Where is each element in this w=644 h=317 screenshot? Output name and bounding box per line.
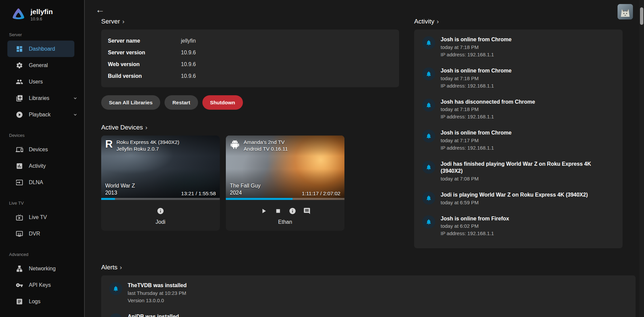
bell-icon (113, 285, 119, 292)
chevron-down-icon (72, 112, 78, 117)
sidebar-item-dvr[interactable]: DVR (0, 225, 84, 242)
sidebar-item-activity[interactable]: Activity (0, 158, 84, 174)
info-icon (157, 207, 164, 215)
sidebar-item-live-tv[interactable]: Live TV (0, 209, 84, 225)
sidebar-item-networking[interactable]: Networking (0, 260, 84, 277)
sidebar-item-general[interactable]: General (0, 57, 84, 73)
activity-item-text: Josh has disconnected from Chrome today … (441, 99, 535, 120)
sidebar-item-users[interactable]: Users (0, 73, 84, 90)
dashboard-columns: Server › Server name jellyfin Server ver… (85, 14, 639, 248)
info-label: Build version (108, 73, 181, 79)
sidebar-section-livetv: Live TV (0, 191, 84, 209)
stop-button[interactable] (274, 207, 282, 215)
message-icon (303, 207, 311, 215)
session-user: Jodi (101, 219, 220, 225)
activity-item: Josh is online from Chrome today at 7:18… (422, 67, 615, 89)
activity-item: Josh is online from Chrome today at 7:18… (422, 36, 615, 58)
logs-icon (16, 298, 23, 305)
sidebar-item-api-keys[interactable]: API Keys (0, 277, 84, 293)
sidebar-item-logs[interactable]: Logs (0, 293, 84, 310)
library-icon (16, 95, 23, 102)
device-name: Amanda's 2nd TV (244, 139, 288, 146)
page-scrollbar-track[interactable] (639, 0, 644, 317)
bell-icon (426, 71, 432, 77)
info-button[interactable] (157, 207, 164, 215)
now-playing-backdrop: Amanda's 2nd TV Android TV 0.16.11 The F… (226, 136, 344, 200)
send-message-button[interactable] (303, 207, 311, 215)
bell-badge (422, 192, 435, 205)
device-card-android-tv[interactable]: Amanda's 2nd TV Android TV 0.16.11 The F… (226, 136, 344, 231)
users-icon (16, 78, 23, 86)
chevron-right-icon: › (120, 264, 122, 271)
media-year: 2013 (105, 189, 135, 197)
activity-item-text: Josh is online from Firefox today at 6:0… (441, 215, 509, 237)
sidebar-item-label: DLNA (29, 179, 43, 186)
sidebar-item-label: Live TV (29, 214, 47, 220)
device-controls (101, 207, 220, 215)
activity-item-text: Jodi has finished playing World War Z on… (441, 161, 615, 182)
scan-all-libraries-button[interactable]: Scan All Libraries (101, 95, 160, 110)
info-label: Server name (108, 38, 181, 44)
activity-time: today at 6:02 PM (441, 222, 509, 229)
network-icon (16, 265, 23, 272)
device-card-roku[interactable]: R Roku Express 4K (3940X2) Jellyfin Roku… (101, 136, 220, 231)
chevron-right-icon: › (437, 18, 439, 25)
activity-time: today at 7:18 PM (441, 106, 535, 113)
server-section-heading[interactable]: Server › (101, 18, 399, 25)
now-playing-backdrop: R Roku Express 4K (3940X2) Jellyfin Roku… (101, 136, 220, 200)
media-title-block: The Fall Guy 2024 (230, 182, 261, 197)
activity-item: Josh has disconnected from Chrome today … (422, 99, 615, 120)
dlna-icon (16, 179, 23, 186)
alert-title: AniDB was installed (128, 313, 179, 317)
activity-item: Josh is online from Chrome today at 7:17… (422, 129, 615, 151)
playback-progress-fill (101, 198, 115, 200)
activity-item: Jodi has finished playing World War Z on… (422, 161, 615, 182)
stop-icon (274, 207, 282, 215)
info-label: Server version (108, 50, 181, 56)
alerts-section: Alerts › TheTVDB was installed last Thur… (85, 264, 639, 317)
avatar-cat-image (618, 4, 633, 19)
activity-detail: IP address: 192.168.1.1 (441, 51, 512, 58)
playback-progress-track (101, 198, 220, 200)
back-button[interactable]: ← (95, 5, 105, 14)
sidebar-item-label: API Keys (29, 282, 51, 288)
alert-time: last Thursday at 10:23 PM (128, 289, 187, 297)
sidebar-item-dashboard[interactable]: Dashboard (7, 41, 74, 57)
sidebar-item-libraries[interactable]: Libraries (0, 90, 84, 106)
page-scrollbar-thumb[interactable] (640, 7, 643, 25)
main-content: ← Server › Server name jellyfin Server v… (85, 0, 639, 317)
key-icon (16, 281, 23, 289)
jellyfin-logo-icon (11, 7, 26, 22)
section-title: Activity (414, 18, 434, 25)
sidebar-item-playback[interactable]: Playback (0, 106, 84, 123)
bell-icon (426, 102, 432, 108)
dashboard-icon (16, 45, 23, 53)
restart-button[interactable]: Restart (165, 95, 198, 110)
app-name: jellyfin (30, 8, 53, 16)
activity-detail: IP address: 192.168.1.1 (441, 230, 509, 237)
shutdown-button[interactable]: Shutdown (202, 95, 243, 110)
alerts-heading[interactable]: Alerts › (101, 264, 636, 271)
info-value: jellyfin (181, 38, 196, 44)
sidebar-section-server: Server (0, 22, 84, 41)
app-identity: jellyfin 10.9.6 (30, 8, 53, 21)
info-button[interactable] (289, 207, 296, 215)
sidebar-section-advanced: Advanced (0, 242, 84, 260)
alerts-card: TheTVDB was installed last Thursday at 1… (101, 275, 636, 317)
bell-icon (426, 133, 432, 139)
bell-icon (426, 219, 432, 225)
activity-time: today at 7:17 PM (441, 137, 512, 144)
info-value: 10.9.6 (181, 61, 196, 67)
sidebar-item-dlna[interactable]: DLNA (0, 174, 84, 191)
active-devices-heading[interactable]: Active Devices › (101, 124, 399, 131)
activity-heading[interactable]: Activity › (414, 18, 623, 25)
sidebar-item-devices[interactable]: Devices (0, 141, 84, 158)
play-button[interactable] (260, 207, 267, 215)
alert-item: TheTVDB was installed last Thursday at 1… (109, 282, 628, 304)
activity-time: today at 7:18 PM (441, 75, 512, 82)
playback-progress-track (226, 198, 344, 200)
sidebar-item-label: Dashboard (29, 46, 55, 52)
media-title-block: World War Z 2013 (105, 182, 135, 197)
user-avatar[interactable] (618, 4, 633, 19)
activity-detail: IP address: 192.168.1.1 (441, 82, 512, 89)
